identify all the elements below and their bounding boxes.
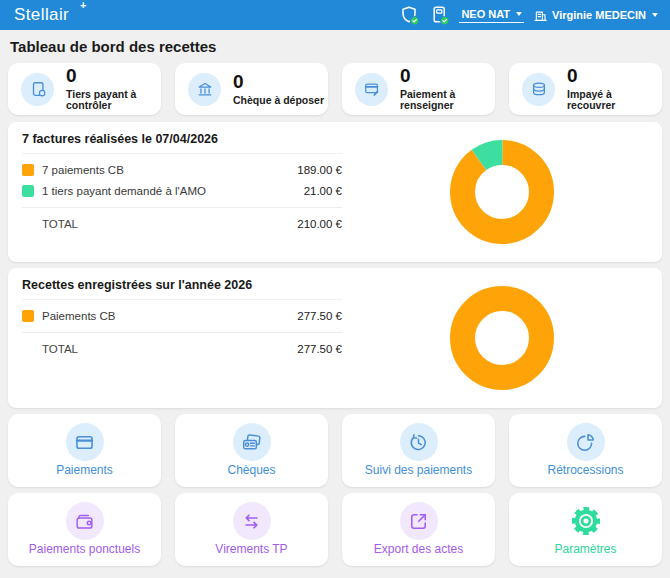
chart-title: Recettes enregistrées sur l'année 2026 [22,278,342,300]
stat-count: 0 [400,66,495,87]
actions-grid: Paiements Chèques Suivi des [8,414,662,566]
legend-swatch [22,310,34,322]
action-card-cheques[interactable]: Chèques [175,414,328,487]
chart-title: 7 factures réalisées le 07/04/2026 [22,132,342,154]
action-card-virements-tp[interactable]: Virements TP [175,493,328,566]
user-name: Virginie MEDECIN [552,9,646,21]
clock-history-icon [400,423,438,461]
app-logo[interactable]: Stellair + [14,5,69,25]
stats-row: 0 Tiers payant à contrôler 0 Chèque à dé… [8,63,662,115]
dashboard-main: 0 Tiers payant à contrôler 0 Chèque à dé… [0,63,670,566]
legend-label: 7 paiements CB [42,164,289,176]
coins-icon [522,73,555,106]
legend-item: Paiements CB 277.50 € [22,305,342,326]
stat-card-impaye[interactable]: 0 Impayé à recouvrer [509,63,662,115]
wallet-icon [66,502,104,540]
stat-card-paiement[interactable]: 0 Paiement à renseigner [342,63,495,115]
total-value: 210.00 € [297,218,342,230]
stat-label: Chèque à déposer [233,95,324,107]
legend-total-row: TOTAL 210.00 € [22,207,342,230]
action-label: Chèques [227,463,275,477]
stat-count: 0 [567,66,662,87]
legend-swatch [22,185,34,197]
total-label: TOTAL [42,343,297,355]
action-label: Rétrocessions [547,463,623,477]
building-icon [533,8,548,23]
legend-item: 1 tiers payant demandé à l'AMO 21.00 € [22,180,342,201]
user-dropdown[interactable]: Virginie MEDECIN [533,8,658,23]
action-card-export-actes[interactable]: Export des actes [342,493,495,566]
app-logo-text: Stellair [14,5,69,24]
legend-value: 277.50 € [297,310,342,322]
header-actions: NEO NAT Virginie MEDECIN [399,5,658,26]
daily-revenue-donut-chart [450,140,554,244]
action-card-paiements[interactable]: Paiements [8,414,161,487]
chevron-down-icon [652,13,658,17]
stat-count: 0 [66,66,161,87]
credit-card-icon [66,423,104,461]
action-label: Paiements [56,463,113,477]
legend-total-row: TOTAL 277.50 € [22,332,342,355]
stat-label: Tiers payant à contrôler [66,89,161,112]
legend-item: 7 paiements CB 189.00 € [22,159,342,180]
transfer-arrows-icon [233,502,271,540]
card-edit-icon [355,73,388,106]
tiers-payant-check-icon [21,73,54,106]
action-card-retrocessions[interactable]: Rétrocessions [509,414,662,487]
yearly-revenue-donut-chart [450,286,554,390]
action-label: Paiements ponctuels [29,542,140,556]
legend-value: 21.00 € [304,185,342,197]
total-value: 277.50 € [297,343,342,355]
export-icon [400,502,438,540]
action-label: Suivi des paiements [365,463,472,477]
legend-label: 1 tiers payant demandé à l'AMO [42,185,296,197]
practice-name: NEO NAT [461,8,510,20]
gear-icon [567,502,605,540]
action-card-suivi-paiements[interactable]: Suivi des paiements [342,414,495,487]
total-label: TOTAL [42,218,297,230]
cheques-icon [233,423,271,461]
legend-label: Paiements CB [42,310,289,322]
action-card-paiements-ponctuels[interactable]: Paiements ponctuels [8,493,161,566]
legend-swatch [22,164,34,176]
yearly-revenue-card: Recettes enregistrées sur l'année 2026 P… [8,268,662,408]
stat-card-tiers-payant[interactable]: 0 Tiers payant à contrôler [8,63,161,115]
action-label: Export des actes [374,542,463,556]
daily-revenue-card: 7 factures réalisées le 07/04/2026 7 pai… [8,122,662,262]
page-title: Tableau de bord des recettes [0,30,670,63]
vitale-card-status-icon[interactable] [399,5,420,26]
action-card-parametres[interactable]: Paramètres [509,493,662,566]
legend-value: 189.00 € [297,164,342,176]
sparkle-icon: + [80,0,87,11]
pie-chart-icon [567,423,605,461]
practice-dropdown[interactable]: NEO NAT [459,7,524,23]
card-reader-status-icon[interactable] [429,5,450,26]
stat-count: 0 [233,72,324,93]
app-header: Stellair + NEO NAT [0,0,670,30]
stat-label: Impayé à recouvrer [567,89,662,112]
bank-icon [188,73,221,106]
stat-label: Paiement à renseigner [400,89,495,112]
chevron-down-icon [516,12,522,16]
action-label: Paramètres [554,542,616,556]
stat-card-cheque[interactable]: 0 Chèque à déposer [175,63,328,115]
action-label: Virements TP [215,542,287,556]
